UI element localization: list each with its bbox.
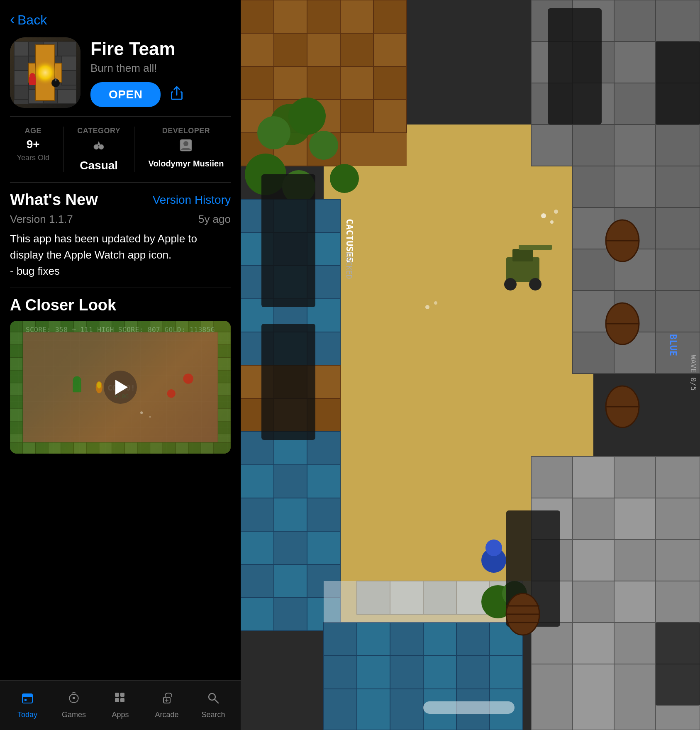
svg-rect-72 (150, 442, 163, 454)
svg-point-86 (140, 411, 143, 414)
version-history-link[interactable]: Version History (153, 193, 231, 207)
svg-rect-76 (201, 442, 214, 454)
svg-rect-27 (23, 321, 36, 332)
svg-rect-110 (274, 33, 307, 66)
svg-rect-69 (112, 442, 125, 454)
closer-look-title: A Closer Look (10, 296, 231, 314)
apps-icon (114, 691, 127, 708)
svg-rect-109 (241, 33, 274, 66)
info-divider-2 (134, 127, 134, 172)
play-button[interactable] (104, 371, 137, 404)
tab-games[interactable]: Games (51, 691, 97, 719)
svg-rect-296 (423, 701, 515, 714)
open-button[interactable]: OPEN (90, 82, 161, 107)
svg-rect-246 (390, 689, 423, 730)
svg-rect-43 (10, 332, 23, 345)
category-icon (91, 138, 106, 156)
svg-rect-63 (35, 442, 48, 454)
svg-rect-107 (340, 0, 373, 33)
svg-rect-48 (10, 396, 23, 408)
svg-rect-264 (261, 324, 315, 440)
svg-rect-241 (423, 656, 456, 689)
share-icon[interactable] (171, 85, 183, 104)
svg-rect-93 (120, 693, 124, 697)
svg-text:WAVE 0/5: WAVE 0/5 (689, 355, 698, 391)
svg-rect-167 (307, 498, 340, 531)
svg-rect-162 (241, 465, 274, 498)
age-label: AGE (25, 127, 42, 135)
svg-point-78 (183, 374, 193, 384)
svg-rect-252 (390, 581, 423, 614)
version-line: Version 1.1.7 5y ago (10, 213, 231, 226)
tab-arcade[interactable]: Arcade (144, 691, 190, 719)
whats-new-title: What's New (10, 191, 98, 209)
svg-rect-92 (115, 693, 119, 697)
version-time: 5y ago (198, 213, 231, 226)
svg-rect-115 (274, 66, 307, 100)
right-panel: CACTUSES LOCKED SALAD WAVE 0/5 BLUE WAVE… (241, 0, 700, 730)
developer-info: DEVELOPER Volodymyr Musiien (149, 127, 224, 172)
tab-bar: Today Games Apps (0, 680, 241, 730)
svg-rect-172 (274, 564, 307, 598)
svg-rect-261 (548, 8, 602, 125)
svg-rect-36 (137, 321, 150, 332)
arcade-icon (160, 691, 173, 708)
app-subtitle: Burn them all! (90, 62, 231, 75)
svg-point-129 (288, 98, 326, 135)
age-sub: Years Old (17, 154, 49, 162)
closer-look-section: A Closer Look SCORE: 358 + 111 HIGH SCOR… (0, 288, 241, 462)
svg-rect-4 (58, 42, 76, 56)
svg-rect-49 (10, 408, 23, 421)
svg-rect-62 (23, 442, 36, 454)
svg-rect-205 (573, 332, 614, 374)
svg-rect-163 (274, 465, 307, 498)
svg-rect-40 (188, 321, 201, 332)
tab-today[interactable]: Today (4, 691, 51, 719)
svg-point-85 (167, 389, 176, 398)
svg-rect-171 (241, 564, 274, 598)
svg-rect-106 (307, 0, 340, 33)
svg-rect-118 (373, 66, 407, 100)
svg-point-133 (330, 164, 359, 193)
svg-rect-234 (390, 623, 423, 656)
svg-rect-113 (373, 33, 407, 66)
svg-rect-39 (176, 321, 188, 332)
svg-rect-187 (614, 83, 656, 125)
svg-rect-5 (14, 56, 29, 71)
svg-rect-38 (163, 321, 176, 332)
svg-rect-9 (14, 85, 29, 100)
tab-apps[interactable]: Apps (97, 691, 144, 719)
svg-rect-191 (614, 125, 656, 166)
svg-rect-45 (10, 357, 23, 370)
svg-rect-54 (218, 357, 231, 370)
svg-point-82 (97, 382, 101, 388)
svg-rect-108 (373, 0, 407, 33)
svg-point-278 (529, 278, 541, 291)
svg-rect-77 (214, 442, 231, 454)
svg-rect-174 (241, 598, 274, 631)
whats-new-section: What's New Version History Version 1.1.7… (0, 183, 241, 288)
svg-rect-258 (261, 174, 315, 307)
svg-rect-208 (531, 457, 573, 498)
developer-icon (178, 138, 193, 156)
svg-rect-66 (73, 442, 86, 454)
svg-rect-226 (614, 623, 656, 664)
svg-rect-34 (112, 321, 125, 332)
tab-arcade-label: Arcade (155, 710, 178, 719)
svg-rect-55 (218, 370, 231, 383)
svg-rect-1 (14, 42, 29, 56)
svg-rect-47 (10, 383, 23, 396)
svg-rect-180 (656, 0, 700, 42)
video-thumbnail[interactable]: SCORE: 358 + 111 HIGH SCORE: 807 GOLD: 1… (10, 321, 231, 454)
svg-rect-242 (456, 656, 490, 689)
svg-rect-215 (656, 498, 700, 540)
svg-rect-245 (357, 689, 390, 730)
tab-apps-label: Apps (112, 710, 129, 719)
back-button[interactable]: ‹ Back (0, 0, 241, 33)
svg-rect-19 (55, 78, 56, 81)
tab-today-label: Today (17, 710, 37, 719)
svg-rect-221 (573, 581, 614, 623)
tab-games-label: Games (62, 710, 86, 719)
svg-rect-8 (62, 71, 76, 85)
tab-search[interactable]: Search (190, 691, 237, 719)
